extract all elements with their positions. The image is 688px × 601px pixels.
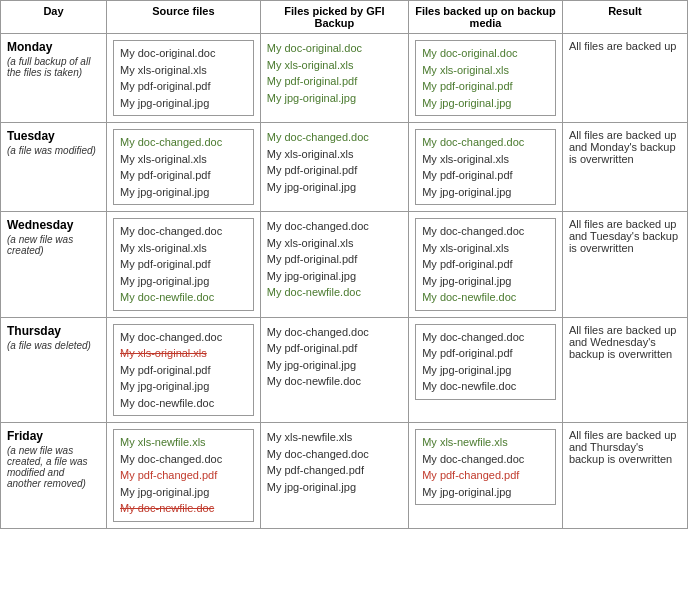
- file-item: My pdf-original.pdf: [120, 167, 247, 184]
- source-file-box: My doc-original.docMy xls-original.xlsMy…: [113, 40, 254, 116]
- file-item: My doc-original.doc: [267, 40, 402, 57]
- day-cell: Tuesday(a file was modified): [1, 123, 107, 212]
- file-item: My doc-changed.doc: [267, 218, 402, 235]
- file-item: My pdf-original.pdf: [422, 256, 549, 273]
- file-item: My jpg-original.jpg: [120, 95, 247, 112]
- backed-files-cell: My doc-changed.docMy pdf-original.pdfMy …: [409, 317, 563, 423]
- file-item: My jpg-original.jpg: [267, 357, 402, 374]
- file-item: My jpg-original.jpg: [422, 184, 549, 201]
- file-item: My xls-original.xls: [267, 146, 402, 163]
- file-item: My doc-newfile.doc: [422, 289, 549, 306]
- file-item: My doc-newfile.doc: [422, 378, 549, 395]
- file-item: My jpg-original.jpg: [267, 479, 402, 496]
- result-text: All files are backed up and Wednesday's …: [569, 324, 677, 360]
- picked-files-cell: My doc-original.docMy xls-original.xlsMy…: [260, 34, 408, 123]
- day-sublabel: (a full backup of all the files is taken…: [7, 56, 100, 78]
- file-item: My pdf-changed.pdf: [422, 467, 549, 484]
- file-item: My pdf-original.pdf: [120, 78, 247, 95]
- file-item: My xls-original.xls: [120, 240, 247, 257]
- file-item: My doc-changed.doc: [120, 329, 247, 346]
- source-file-box: My doc-changed.docMy xls-original.xlsMy …: [113, 324, 254, 417]
- file-item: My xls-original.xls: [120, 151, 247, 168]
- file-item: My xls-original.xls: [120, 345, 247, 362]
- file-item: My doc-changed.doc: [267, 446, 402, 463]
- header-backed: Files backed up on backup media: [409, 1, 563, 34]
- day-label: Friday: [7, 429, 100, 443]
- picked-files-cell: My doc-changed.docMy xls-original.xlsMy …: [260, 212, 408, 318]
- file-item: My doc-changed.doc: [120, 134, 247, 151]
- file-item: My xls-original.xls: [422, 240, 549, 257]
- file-item: My jpg-original.jpg: [120, 378, 247, 395]
- header-source: Source files: [107, 1, 261, 34]
- source-files-cell: My doc-original.docMy xls-original.xlsMy…: [107, 34, 261, 123]
- result-text: All files are backed up and Monday's bac…: [569, 129, 677, 165]
- file-item: My jpg-original.jpg: [422, 362, 549, 379]
- file-item: My xls-original.xls: [120, 62, 247, 79]
- file-item: My doc-changed.doc: [422, 451, 549, 468]
- file-item: My pdf-original.pdf: [422, 345, 549, 362]
- backed-file-box: My doc-changed.docMy pdf-original.pdfMy …: [415, 324, 556, 400]
- file-item: My jpg-original.jpg: [267, 179, 402, 196]
- day-cell: Monday(a full backup of all the files is…: [1, 34, 107, 123]
- backed-file-box: My doc-changed.docMy xls-original.xlsMy …: [415, 129, 556, 205]
- file-item: My doc-changed.doc: [267, 129, 402, 146]
- file-item: My jpg-original.jpg: [120, 484, 247, 501]
- table-row: Tuesday(a file was modified)My doc-chang…: [1, 123, 688, 212]
- file-item: My doc-original.doc: [120, 45, 247, 62]
- day-label: Thursday: [7, 324, 100, 338]
- result-cell: All files are backed up and Wednesday's …: [562, 317, 687, 423]
- file-item: My doc-newfile.doc: [267, 373, 402, 390]
- file-item: My doc-changed.doc: [422, 134, 549, 151]
- file-item: My xls-original.xls: [422, 62, 549, 79]
- day-sublabel: (a new file was created): [7, 234, 100, 256]
- backed-file-box: My doc-original.docMy xls-original.xlsMy…: [415, 40, 556, 116]
- file-item: My xls-newfile.xls: [422, 434, 549, 451]
- file-item: My pdf-original.pdf: [120, 256, 247, 273]
- file-item: My doc-changed.doc: [120, 451, 247, 468]
- table-row: Monday(a full backup of all the files is…: [1, 34, 688, 123]
- file-item: My pdf-changed.pdf: [267, 462, 402, 479]
- backed-files-cell: My doc-changed.docMy xls-original.xlsMy …: [409, 212, 563, 318]
- source-file-box: My doc-changed.docMy xls-original.xlsMy …: [113, 218, 254, 311]
- file-item: My pdf-original.pdf: [267, 340, 402, 357]
- result-cell: All files are backed up and Monday's bac…: [562, 123, 687, 212]
- result-cell: All files are backed up and Thursday's b…: [562, 423, 687, 529]
- day-label: Wednesday: [7, 218, 100, 232]
- file-item: My jpg-original.jpg: [120, 273, 247, 290]
- file-item: My jpg-original.jpg: [120, 184, 247, 201]
- file-item: My pdf-original.pdf: [267, 251, 402, 268]
- day-sublabel: (a file was modified): [7, 145, 100, 156]
- day-cell: Wednesday(a new file was created): [1, 212, 107, 318]
- day-label: Monday: [7, 40, 100, 54]
- file-item: My doc-changed.doc: [422, 329, 549, 346]
- header-picked: Files picked by GFI Backup: [260, 1, 408, 34]
- file-item: My pdf-original.pdf: [120, 362, 247, 379]
- source-files-cell: My doc-changed.docMy xls-original.xlsMy …: [107, 123, 261, 212]
- file-item: My jpg-original.jpg: [422, 484, 549, 501]
- file-item: My doc-newfile.doc: [120, 289, 247, 306]
- file-item: My doc-changed.doc: [120, 223, 247, 240]
- file-item: My jpg-original.jpg: [267, 268, 402, 285]
- file-item: My xls-newfile.xls: [267, 429, 402, 446]
- file-item: My pdf-original.pdf: [422, 78, 549, 95]
- file-item: My xls-newfile.xls: [120, 434, 247, 451]
- day-cell: Thursday(a file was deleted): [1, 317, 107, 423]
- source-files-cell: My doc-changed.docMy xls-original.xlsMy …: [107, 317, 261, 423]
- file-item: My pdf-changed.pdf: [120, 467, 247, 484]
- backed-file-box: My doc-changed.docMy xls-original.xlsMy …: [415, 218, 556, 311]
- source-files-cell: My doc-changed.docMy xls-original.xlsMy …: [107, 212, 261, 318]
- backed-files-cell: My doc-original.docMy xls-original.xlsMy…: [409, 34, 563, 123]
- file-item: My pdf-original.pdf: [422, 167, 549, 184]
- picked-files-cell: My doc-changed.docMy pdf-original.pdfMy …: [260, 317, 408, 423]
- file-item: My doc-changed.doc: [422, 223, 549, 240]
- result-text: All files are backed up and Thursday's b…: [569, 429, 677, 465]
- file-item: My xls-original.xls: [267, 235, 402, 252]
- table-row: Thursday(a file was deleted)My doc-chang…: [1, 317, 688, 423]
- result-text: All files are backed up: [569, 40, 677, 52]
- file-item: My jpg-original.jpg: [422, 273, 549, 290]
- backed-file-box: My xls-newfile.xlsMy doc-changed.docMy p…: [415, 429, 556, 505]
- day-sublabel: (a file was deleted): [7, 340, 100, 351]
- source-file-box: My doc-changed.docMy xls-original.xlsMy …: [113, 129, 254, 205]
- file-item: My xls-original.xls: [422, 151, 549, 168]
- table-row: Wednesday(a new file was created)My doc-…: [1, 212, 688, 318]
